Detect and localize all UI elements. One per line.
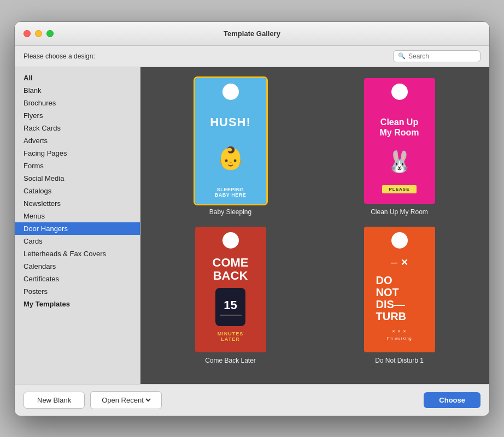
title-bar: Template Gallery — [15, 22, 489, 46]
sidebar-item-forms[interactable]: Forms — [15, 160, 140, 172]
search-input[interactable] — [408, 52, 476, 60]
sidebar-item-brochures[interactable]: Brochures — [15, 97, 140, 109]
maximize-button[interactable] — [46, 30, 54, 37]
dnd-x-icon: ✕ — [401, 257, 408, 268]
sidebar-item-catalogs[interactable]: Catalogs — [15, 185, 140, 197]
please-badge: PLEASE — [382, 185, 416, 193]
sidebar-item-adverts[interactable]: Adverts — [15, 134, 140, 147]
dnd-top-symbols: — ✕ — [391, 257, 408, 268]
template-card-clean-up[interactable]: Clean UpMy Room 🐰 PLEASE Clean Up My Roo… — [320, 78, 478, 216]
main-content: All Blank Brochures Flyers Rack Cards Ad… — [15, 67, 489, 384]
cleanup-title: Clean UpMy Room — [380, 117, 419, 138]
door-hole-baby — [222, 84, 239, 100]
cleanup-emoji: 🐰 — [386, 150, 412, 174]
sidebar-item-facing-pages[interactable]: Facing Pages — [15, 147, 140, 160]
minimize-button[interactable] — [35, 30, 42, 37]
subtitle-bar: Please choose a design: 🔍 — [15, 46, 489, 67]
template-card-baby-sleeping[interactable]: HUSH! 👶 SleepingBaby Here Baby Sleeping — [151, 78, 309, 216]
watch-display: 15 — [215, 288, 245, 326]
hush-text: HUSH! — [210, 116, 251, 129]
sidebar-item-my-templates[interactable]: My Templates — [15, 298, 140, 310]
template-label-come-back: Come Back Later — [205, 357, 256, 364]
template-thumb-baby-sleeping[interactable]: HUSH! 👶 SleepingBaby Here — [195, 78, 266, 204]
close-button[interactable] — [24, 30, 31, 37]
door-hole-dnd — [391, 232, 408, 249]
window-title: Template Gallery — [224, 29, 280, 38]
sidebar-item-posters[interactable]: Posters — [15, 285, 140, 298]
sidebar-item-cards[interactable]: Cards — [15, 235, 140, 247]
sleeping-text: SleepingBaby Here — [215, 187, 246, 198]
bottom-bar: New Blank Open Recent Choose — [15, 384, 489, 416]
door-hole-comeback — [222, 232, 239, 249]
search-icon: 🔍 — [398, 52, 406, 60]
template-thumb-come-back[interactable]: COMEBACK 15 MINUTESLater — [195, 227, 266, 352]
minutes-text: MINUTESLater — [218, 331, 244, 342]
sidebar-item-newsletters[interactable]: Newsletters — [15, 197, 140, 210]
open-recent-select[interactable]: Open Recent — [99, 395, 153, 405]
template-gallery: HUSH! 👶 SleepingBaby Here Baby Sleeping … — [140, 67, 489, 384]
template-thumb-do-not-disturb[interactable]: — ✕ DONOTDIS—TURB ✕ ✕ ✕I'm working — [364, 227, 435, 352]
template-thumb-clean-up[interactable]: Clean UpMy Room 🐰 PLEASE — [364, 78, 435, 204]
dnd-bottom-text: ✕ ✕ ✕I'm working — [386, 328, 412, 342]
sidebar-item-door-hangers[interactable]: Door Hangers — [15, 222, 140, 235]
template-card-do-not-disturb[interactable]: — ✕ DONOTDIS—TURB ✕ ✕ ✕I'm working Do No… — [320, 227, 478, 364]
sidebar-item-rack-cards[interactable]: Rack Cards — [15, 122, 140, 134]
template-label-do-not-disturb: Do Not Disturb 1 — [375, 357, 424, 364]
app-window: Template Gallery Please choose a design:… — [14, 21, 490, 416]
door-hole-cleanup — [391, 84, 408, 100]
baby-emoji: 👶 — [217, 145, 244, 171]
sidebar-item-certificates[interactable]: Certificates — [15, 273, 140, 285]
sidebar-item-menus[interactable]: Menus — [15, 210, 140, 222]
sidebar: All Blank Brochures Flyers Rack Cards Ad… — [15, 67, 140, 384]
template-label-clean-up: Clean Up My Room — [371, 208, 428, 216]
sidebar-item-calendars[interactable]: Calendars — [15, 260, 140, 273]
new-blank-button[interactable]: New Blank — [24, 392, 85, 409]
sidebar-item-social-media[interactable]: Social Media — [15, 172, 140, 185]
dnd-text: DONOTDIS—TURB — [370, 274, 430, 322]
choose-button[interactable]: Choose — [424, 392, 480, 408]
sidebar-item-blank[interactable]: Blank — [15, 84, 140, 97]
dnd-dash-icon: — — [391, 259, 397, 267]
subtitle-text: Please choose a design: — [24, 52, 95, 60]
template-label-baby-sleeping: Baby Sleeping — [209, 208, 251, 216]
sidebar-item-flyers[interactable]: Flyers — [15, 109, 140, 122]
template-card-come-back[interactable]: COMEBACK 15 MINUTESLater Come Back Later — [151, 227, 309, 364]
open-recent-dropdown[interactable]: Open Recent — [90, 391, 162, 409]
traffic-lights — [24, 30, 54, 37]
search-box[interactable]: 🔍 — [393, 50, 480, 62]
comeback-text: COMEBACK — [213, 256, 249, 282]
sidebar-item-all[interactable]: All — [15, 72, 140, 84]
sidebar-item-letterheads[interactable]: Letterheads & Fax Covers — [15, 247, 140, 260]
